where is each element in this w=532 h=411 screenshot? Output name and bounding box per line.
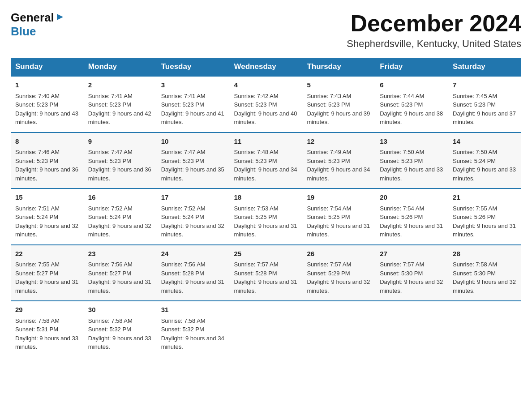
day-info: Sunrise: 7:41 AMSunset: 5:23 PMDaylight:… [161, 92, 225, 127]
day-number: 3 [161, 80, 225, 90]
svg-marker-0 [57, 14, 63, 20]
day-number: 31 [161, 305, 225, 315]
location-title: Shepherdsville, Kentucky, United States [347, 38, 521, 50]
calendar-cell: 5 Sunrise: 7:43 AMSunset: 5:23 PMDayligh… [302, 76, 375, 133]
day-info: Sunrise: 7:50 AMSunset: 5:23 PMDaylight:… [380, 148, 444, 183]
calendar-week-row: 1 Sunrise: 7:40 AMSunset: 5:23 PMDayligh… [11, 76, 521, 133]
calendar-week-row: 22 Sunrise: 7:55 AMSunset: 5:27 PMDaylig… [11, 245, 521, 301]
day-number: 7 [453, 80, 517, 90]
calendar-cell: 4 Sunrise: 7:42 AMSunset: 5:23 PMDayligh… [230, 76, 303, 133]
day-info: Sunrise: 7:58 AMSunset: 5:31 PMDaylight:… [15, 317, 79, 351]
day-number: 1 [15, 80, 79, 90]
day-number: 13 [380, 137, 444, 147]
calendar-cell: 25 Sunrise: 7:57 AMSunset: 5:28 PMDaylig… [230, 245, 303, 301]
day-info: Sunrise: 7:57 AMSunset: 5:30 PMDaylight:… [380, 260, 444, 295]
day-info: Sunrise: 7:41 AMSunset: 5:23 PMDaylight:… [88, 92, 152, 127]
calendar-week-row: 29 Sunrise: 7:58 AMSunset: 5:31 PMDaylig… [11, 301, 521, 357]
day-info: Sunrise: 7:47 AMSunset: 5:23 PMDaylight:… [161, 148, 225, 183]
day-info: Sunrise: 7:58 AMSunset: 5:32 PMDaylight:… [161, 317, 225, 351]
day-info: Sunrise: 7:48 AMSunset: 5:23 PMDaylight:… [234, 148, 298, 183]
day-number: 15 [15, 193, 79, 203]
calendar-cell: 26 Sunrise: 7:57 AMSunset: 5:29 PMDaylig… [302, 245, 375, 301]
calendar-cell: 8 Sunrise: 7:46 AMSunset: 5:23 PMDayligh… [11, 133, 84, 189]
calendar-cell: 3 Sunrise: 7:41 AMSunset: 5:23 PMDayligh… [157, 76, 230, 133]
calendar-table: SundayMondayTuesdayWednesdayThursdayFrid… [11, 58, 521, 357]
calendar-cell: 20 Sunrise: 7:54 AMSunset: 5:26 PMDaylig… [375, 188, 448, 245]
calendar-cell: 28 Sunrise: 7:58 AMSunset: 5:30 PMDaylig… [448, 245, 521, 301]
day-info: Sunrise: 7:51 AMSunset: 5:24 PMDaylight:… [15, 204, 79, 239]
day-number: 21 [453, 193, 517, 203]
day-number: 27 [380, 249, 444, 259]
month-title: December 2024 [347, 11, 521, 36]
calendar-week-row: 8 Sunrise: 7:46 AMSunset: 5:23 PMDayligh… [11, 133, 521, 189]
calendar-cell: 27 Sunrise: 7:57 AMSunset: 5:30 PMDaylig… [375, 245, 448, 301]
calendar-cell: 15 Sunrise: 7:51 AMSunset: 5:24 PMDaylig… [11, 188, 84, 245]
day-info: Sunrise: 7:57 AMSunset: 5:28 PMDaylight:… [234, 260, 298, 295]
day-number: 18 [234, 193, 298, 203]
day-number: 25 [234, 249, 298, 259]
day-info: Sunrise: 7:54 AMSunset: 5:25 PMDaylight:… [307, 204, 371, 239]
col-header-thursday: Thursday [302, 58, 375, 76]
logo-arrow-icon [55, 12, 65, 24]
day-number: 29 [15, 305, 79, 315]
day-info: Sunrise: 7:43 AMSunset: 5:23 PMDaylight:… [307, 92, 371, 127]
calendar-cell: 14 Sunrise: 7:50 AMSunset: 5:24 PMDaylig… [448, 133, 521, 189]
day-info: Sunrise: 7:55 AMSunset: 5:27 PMDaylight:… [15, 260, 79, 295]
day-info: Sunrise: 7:52 AMSunset: 5:24 PMDaylight:… [161, 204, 225, 239]
col-header-monday: Monday [84, 58, 157, 76]
day-number: 8 [15, 137, 79, 147]
day-number: 26 [307, 249, 371, 259]
day-info: Sunrise: 7:44 AMSunset: 5:23 PMDaylight:… [380, 92, 444, 127]
day-number: 10 [161, 137, 225, 147]
calendar-header-row: SundayMondayTuesdayWednesdayThursdayFrid… [11, 58, 521, 76]
day-number: 30 [88, 305, 152, 315]
title-area: December 2024 Shepherdsville, Kentucky, … [347, 11, 521, 50]
calendar-cell: 29 Sunrise: 7:58 AMSunset: 5:31 PMDaylig… [11, 301, 84, 357]
calendar-cell: 11 Sunrise: 7:48 AMSunset: 5:23 PMDaylig… [230, 133, 303, 189]
day-number: 20 [380, 193, 444, 203]
day-info: Sunrise: 7:42 AMSunset: 5:23 PMDaylight:… [234, 92, 298, 127]
calendar-cell: 10 Sunrise: 7:47 AMSunset: 5:23 PMDaylig… [157, 133, 230, 189]
day-number: 24 [161, 249, 225, 259]
day-info: Sunrise: 7:55 AMSunset: 5:26 PMDaylight:… [453, 204, 517, 239]
day-info: Sunrise: 7:40 AMSunset: 5:23 PMDaylight:… [15, 92, 79, 127]
col-header-wednesday: Wednesday [230, 58, 303, 76]
calendar-cell [230, 301, 303, 357]
day-info: Sunrise: 7:47 AMSunset: 5:23 PMDaylight:… [88, 148, 152, 183]
day-info: Sunrise: 7:56 AMSunset: 5:27 PMDaylight:… [88, 260, 152, 295]
calendar-cell: 9 Sunrise: 7:47 AMSunset: 5:23 PMDayligh… [84, 133, 157, 189]
calendar-cell: 17 Sunrise: 7:52 AMSunset: 5:24 PMDaylig… [157, 188, 230, 245]
calendar-cell: 23 Sunrise: 7:56 AMSunset: 5:27 PMDaylig… [84, 245, 157, 301]
calendar-cell: 30 Sunrise: 7:58 AMSunset: 5:32 PMDaylig… [84, 301, 157, 357]
day-number: 22 [15, 249, 79, 259]
day-number: 2 [88, 80, 152, 90]
col-header-tuesday: Tuesday [157, 58, 230, 76]
calendar-cell [448, 301, 521, 357]
calendar-cell: 13 Sunrise: 7:50 AMSunset: 5:23 PMDaylig… [375, 133, 448, 189]
calendar-cell: 16 Sunrise: 7:52 AMSunset: 5:24 PMDaylig… [84, 188, 157, 245]
day-number: 6 [380, 80, 444, 90]
day-info: Sunrise: 7:46 AMSunset: 5:23 PMDaylight:… [15, 148, 79, 183]
calendar-cell: 1 Sunrise: 7:40 AMSunset: 5:23 PMDayligh… [11, 76, 84, 133]
day-info: Sunrise: 7:58 AMSunset: 5:30 PMDaylight:… [453, 260, 517, 295]
col-header-saturday: Saturday [448, 58, 521, 76]
day-number: 19 [307, 193, 371, 203]
calendar-cell [302, 301, 375, 357]
day-info: Sunrise: 7:57 AMSunset: 5:29 PMDaylight:… [307, 260, 371, 295]
col-header-friday: Friday [375, 58, 448, 76]
calendar-cell: 18 Sunrise: 7:53 AMSunset: 5:25 PMDaylig… [230, 188, 303, 245]
day-number: 9 [88, 137, 152, 147]
calendar-cell: 2 Sunrise: 7:41 AMSunset: 5:23 PMDayligh… [84, 76, 157, 133]
day-info: Sunrise: 7:58 AMSunset: 5:32 PMDaylight:… [88, 317, 152, 351]
calendar-cell: 31 Sunrise: 7:58 AMSunset: 5:32 PMDaylig… [157, 301, 230, 357]
calendar-week-row: 15 Sunrise: 7:51 AMSunset: 5:24 PMDaylig… [11, 188, 521, 245]
calendar-cell: 19 Sunrise: 7:54 AMSunset: 5:25 PMDaylig… [302, 188, 375, 245]
day-number: 12 [307, 137, 371, 147]
calendar-cell: 22 Sunrise: 7:55 AMSunset: 5:27 PMDaylig… [11, 245, 84, 301]
day-info: Sunrise: 7:54 AMSunset: 5:26 PMDaylight:… [380, 204, 444, 239]
day-info: Sunrise: 7:45 AMSunset: 5:23 PMDaylight:… [453, 92, 517, 127]
calendar-cell: 21 Sunrise: 7:55 AMSunset: 5:26 PMDaylig… [448, 188, 521, 245]
calendar-cell: 6 Sunrise: 7:44 AMSunset: 5:23 PMDayligh… [375, 76, 448, 133]
day-info: Sunrise: 7:53 AMSunset: 5:25 PMDaylight:… [234, 204, 298, 239]
day-number: 4 [234, 80, 298, 90]
